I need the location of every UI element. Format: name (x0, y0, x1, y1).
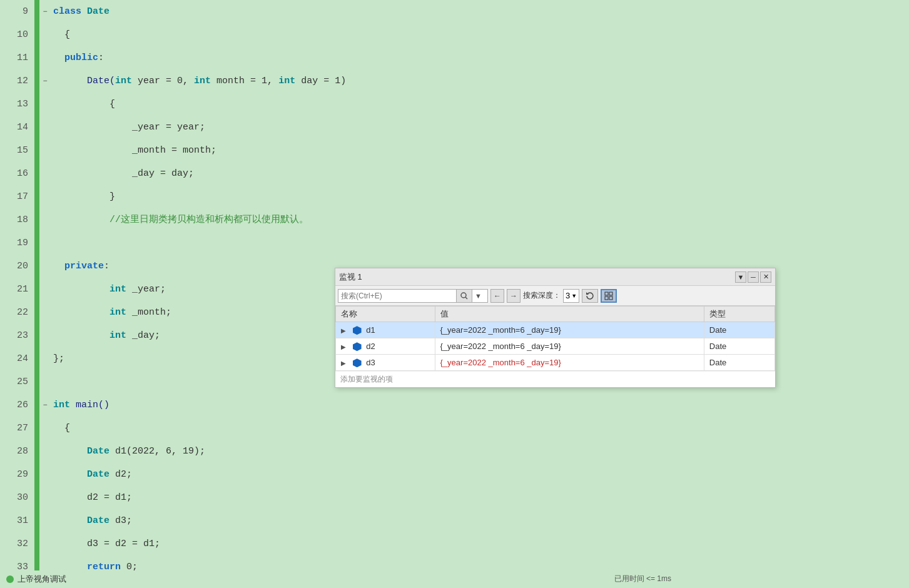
expand-arrow[interactable]: ▶ (341, 360, 348, 367)
gutter (34, 417, 39, 440)
watch-toolbar: ▼ ← → 搜索深度： 3 ▼ (335, 286, 775, 306)
gutter (34, 393, 39, 417)
code-content: d3 = d2 = d1; (51, 532, 909, 555)
depth-dropdown-arrow: ▼ (571, 293, 577, 299)
search-input[interactable] (341, 291, 454, 300)
code-line-19: 19 (0, 231, 909, 255)
watch-row-name: ▶ d1 (336, 322, 435, 338)
code-content: _year = year; (51, 116, 909, 139)
gutter (34, 231, 39, 255)
line-number: 17 (0, 191, 34, 202)
watch-row-type: Date (704, 338, 774, 355)
refresh-btn[interactable] (582, 289, 598, 303)
svg-line-1 (465, 297, 467, 299)
line-number: 19 (0, 238, 34, 248)
code-content: public: (51, 46, 909, 69)
fold-icon[interactable]: − (39, 8, 51, 16)
code-line-18: 18 //这里日期类拷贝构造和析构都可以使用默认。 (0, 208, 909, 231)
code-line-17: 17 } (0, 185, 909, 208)
watch-dropdown-btn[interactable]: ▼ (735, 271, 746, 283)
watch-row-name: ▶ d3 (336, 355, 435, 371)
var-icon (353, 342, 362, 351)
fold-icon[interactable]: − (39, 401, 51, 410)
watch-row-d3[interactable]: ▶ d3 {_year=2022 _month=6 _day=19} Date (336, 355, 775, 371)
depth-value: 3 (566, 291, 570, 300)
svg-rect-3 (605, 292, 608, 295)
line-number: 30 (0, 492, 34, 503)
code-content: } (51, 185, 909, 208)
gutter (34, 486, 39, 509)
line-number: 32 (0, 539, 34, 549)
line-number: 22 (0, 307, 34, 318)
svg-point-0 (461, 293, 466, 298)
timing-text: 已用时间 <= 1ms (614, 574, 671, 584)
code-line-16: 16 _day = day; (0, 162, 909, 185)
gutter (34, 139, 39, 162)
search-box: ▼ (338, 289, 488, 303)
fold-icon[interactable]: − (39, 77, 51, 86)
code-line-26: 26 − int main() (0, 393, 909, 417)
code-content: { (51, 417, 909, 440)
line-number: 10 (0, 29, 34, 40)
watch-title: 监视 1 (339, 271, 735, 283)
line-number: 15 (0, 145, 34, 156)
gutter (34, 324, 39, 347)
search-icon (460, 292, 468, 300)
code-line-30: 30 d2 = d1; (0, 486, 909, 509)
gutter (34, 278, 39, 301)
search-icon-btn[interactable] (456, 289, 472, 303)
back-btn[interactable]: ← (490, 289, 504, 303)
expand-arrow[interactable]: ▶ (341, 327, 348, 335)
line-number: 18 (0, 215, 34, 225)
watch-row-value: {_year=2022 _month=6 _day=19} (435, 355, 704, 371)
watch-controls: ▼ ─ ✕ (735, 271, 771, 283)
code-content: { (51, 93, 909, 116)
gutter (34, 46, 39, 69)
line-number: 12 (0, 76, 34, 86)
watch-row-name: ▶ d2 (336, 338, 435, 355)
line-number: 24 (0, 353, 34, 364)
code-content: Date d1(2022, 6, 19); (51, 440, 909, 463)
value-text: {_year=2022 _month=6 _day=19} (440, 342, 561, 351)
svg-rect-4 (609, 292, 612, 295)
watch-minimize-btn[interactable]: ─ (748, 271, 759, 283)
code-line-12: 12 − Date(int year = 0, int month = 1, i… (0, 69, 909, 93)
col-type: 类型 (704, 307, 774, 322)
expand-btn[interactable] (601, 289, 617, 303)
code-content: Date(int year = 0, int month = 1, int da… (51, 69, 909, 93)
var-icon (353, 326, 362, 335)
code-content: Date d2; (51, 463, 909, 486)
code-line-14: 14 _year = year; (0, 116, 909, 139)
line-number: 13 (0, 99, 34, 109)
depth-dropdown[interactable]: 3 ▼ (563, 289, 579, 303)
line-number: 20 (0, 261, 34, 271)
line-number: 21 (0, 284, 34, 295)
line-number: 16 (0, 168, 34, 179)
watch-row-d1[interactable]: ▶ d1 {_year=2022 _month=6 _day=19} Date (336, 322, 775, 338)
watch-close-btn[interactable]: ✕ (760, 271, 771, 283)
editor-area: 9 − class Date 10 { 11 public: 12 − Date… (0, 0, 909, 588)
svg-rect-5 (605, 297, 608, 300)
code-line-10: 10 { (0, 23, 909, 46)
expand-icon (604, 291, 613, 300)
status-bar: 上帝视角调试 已用时间 <= 1ms (0, 570, 909, 588)
gutter (34, 255, 39, 278)
code-line-27: 27 { (0, 417, 909, 440)
line-number: 27 (0, 423, 34, 433)
search-dropdown-icon[interactable]: ▼ (475, 292, 482, 300)
col-name: 名称 (336, 307, 435, 322)
code-line-11: 11 public: (0, 46, 909, 69)
line-number: 25 (0, 377, 34, 387)
watch-row-d2[interactable]: ▶ d2 {_year=2022 _month=6 _day=19} Date (336, 338, 775, 355)
watch-window: 监视 1 ▼ ─ ✕ ▼ ← → 搜索深度： (335, 268, 776, 388)
code-line-28: 28 Date d1(2022, 6, 19); (0, 440, 909, 463)
watch-row-value: {_year=2022 _month=6 _day=19} (435, 322, 704, 338)
add-watch-item[interactable]: 添加要监视的项 (335, 371, 775, 387)
forward-btn[interactable]: → (507, 289, 521, 303)
gutter (34, 93, 39, 116)
gutter (34, 208, 39, 231)
watch-table: 名称 值 类型 ▶ d1 {_year=2022 _month=6 _day=1… (335, 306, 775, 371)
code-line-13: 13 { (0, 93, 909, 116)
expand-arrow[interactable]: ▶ (341, 343, 348, 351)
line-number: 26 (0, 400, 34, 410)
